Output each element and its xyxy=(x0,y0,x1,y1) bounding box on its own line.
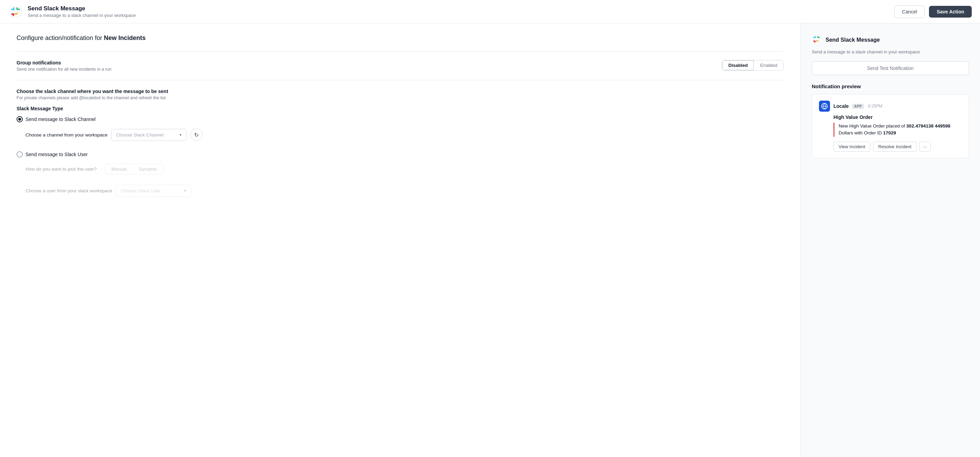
divider-2 xyxy=(17,80,784,80)
message-id: 17029 xyxy=(883,130,896,135)
config-title: Configure action/notification for New In… xyxy=(17,35,784,42)
app-header: Send Slack Message Send a message to a s… xyxy=(0,0,980,24)
channel-picker-label: Choose a channel from your workspace xyxy=(25,132,108,138)
view-incident-button[interactable]: View Incident xyxy=(834,142,870,152)
slack-icon xyxy=(8,5,23,19)
notification-message-text: New High Value Order placed of 302.47941… xyxy=(838,123,962,137)
notification-message-block: New High Value Order placed of 302.47941… xyxy=(834,123,962,137)
notification-body: High Value Order New High Value Order pl… xyxy=(834,114,962,152)
group-notifications-row: Group notifications Send one notificatio… xyxy=(17,60,784,72)
send-test-notification-button[interactable]: Send Test Notification xyxy=(812,61,969,75)
notification-incident-title: High Value Order xyxy=(834,114,962,120)
notification-time: 6:25PM xyxy=(868,104,882,109)
header-subtitle: Send a message to a slack channel in you… xyxy=(28,13,136,18)
user-dropdown: Choose Slack User ▾ xyxy=(116,185,191,197)
config-title-prefix: Configure action/notification for xyxy=(17,35,104,41)
header-text-block: Send Slack Message Send a message to a s… xyxy=(28,5,136,18)
message-prefix: New High Value Order placed of xyxy=(838,124,906,129)
more-actions-button[interactable]: ··· xyxy=(919,142,931,152)
channel-dropdown[interactable]: Choose Slack Channel ▾ xyxy=(111,129,187,141)
user-section-disabled: How do you want to pick the user? Manual… xyxy=(17,164,784,197)
notification-top: Locale APP 6:25PM xyxy=(819,101,962,112)
notification-app-badge: APP xyxy=(852,104,864,109)
user-workspace-label: Choose a user from your slack workspace xyxy=(25,188,112,194)
refresh-icon: ↻ xyxy=(194,132,199,138)
right-panel-title: Send Slack Message xyxy=(826,37,880,43)
group-notifications-label: Group notifications xyxy=(17,60,111,65)
channel-section-heading: Choose the slack channel where you want … xyxy=(17,89,784,94)
notification-preview-card: Locale APP 6:25PM High Value Order New H… xyxy=(812,94,969,158)
message-value2: 449598 xyxy=(935,124,950,129)
divider-1 xyxy=(17,51,784,52)
toggle-dynamic: Dynamic xyxy=(133,164,164,174)
toggle-manual: Manual xyxy=(105,164,133,174)
save-action-button[interactable]: Save Action xyxy=(929,6,972,17)
chevron-down-icon-user: ▾ xyxy=(184,189,186,193)
config-title-bold: New Incidents xyxy=(104,35,146,41)
channel-picker-row: Choose a channel from your workspace Cho… xyxy=(25,129,784,141)
user-pick-toggle: Manual Dynamic xyxy=(105,164,164,175)
channel-dropdown-placeholder: Choose Slack Channel xyxy=(116,132,164,138)
left-panel: Configure action/notification for New In… xyxy=(0,24,801,457)
main-layout: Configure action/notification for New In… xyxy=(0,24,980,457)
message-value1: 302.4794138 xyxy=(906,124,934,129)
user-radio-button[interactable] xyxy=(17,151,23,157)
user-radio-label: Send message to Slack User xyxy=(25,152,88,157)
cancel-button[interactable]: Cancel xyxy=(894,6,925,18)
header-left: Send Slack Message Send a message to a s… xyxy=(8,5,136,19)
toggle-enabled[interactable]: Enabled xyxy=(754,60,783,70)
svg-rect-0 xyxy=(9,6,22,18)
user-radio-row[interactable]: Send message to Slack User xyxy=(17,151,784,157)
header-actions: Cancel Save Action xyxy=(894,6,972,18)
channel-radio-button[interactable] xyxy=(17,116,23,122)
right-panel-subtitle: Send a message to a slack channel in you… xyxy=(812,49,969,54)
group-notifications-desc: Send one notification for all new incide… xyxy=(17,67,111,72)
notification-preview-title: Notification preview xyxy=(812,83,969,89)
right-slack-header: Send Slack Message xyxy=(812,35,969,45)
user-picker-row: How do you want to pick the user? Manual… xyxy=(25,164,784,175)
channel-radio-row[interactable]: Send message to Slack Channel xyxy=(17,116,784,122)
user-dropdown-placeholder: Choose Slack User xyxy=(121,188,161,194)
resolve-incident-button[interactable]: Resolve Incident xyxy=(873,142,916,152)
channel-radio-label: Send message to Slack Channel xyxy=(25,116,95,122)
group-notifications-info: Group notifications Send one notificatio… xyxy=(17,60,111,72)
notification-actions: View Incident Resolve Incident ··· xyxy=(834,142,962,152)
group-notifications-toggle[interactable]: Disabled Enabled xyxy=(722,60,784,71)
header-title: Send Slack Message xyxy=(28,5,136,12)
message-type-label: Slack Message Type xyxy=(17,106,784,111)
message-suffix: Dollars with Order ID xyxy=(838,130,883,135)
locale-avatar xyxy=(819,101,830,112)
right-slack-icon xyxy=(812,35,821,45)
notification-sender: Locale xyxy=(834,103,849,109)
chevron-down-icon: ▾ xyxy=(180,133,182,137)
toggle-disabled[interactable]: Disabled xyxy=(722,60,754,70)
user-workspace-row: Choose a user from your slack workspace … xyxy=(25,185,784,197)
user-picker-type-label: How do you want to pick the user? xyxy=(25,167,101,171)
right-panel: Send Slack Message Send a message to a s… xyxy=(801,24,980,457)
channel-section-note: For private channels please add @localeb… xyxy=(17,95,784,100)
refresh-button[interactable]: ↻ xyxy=(190,129,203,141)
